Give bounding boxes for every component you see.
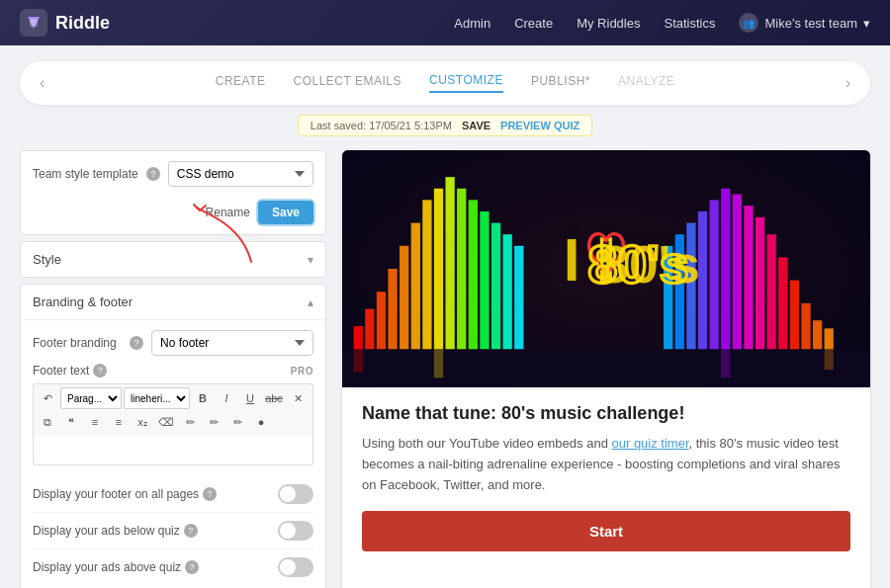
svg-rect-31 [790, 281, 799, 350]
bold-btn[interactable]: B [192, 387, 214, 409]
display-ads-above-label: Display your ads above quiz ? [33, 560, 199, 574]
text-toolbar: ↶ Parag... lineheri... B I U abc ✕ ⧉ ❝ ≡ [33, 383, 313, 436]
link-btn[interactable]: ⧉ [37, 411, 58, 433]
ol-btn[interactable]: ≡ [108, 411, 130, 433]
color3-btn[interactable]: ✏ [226, 411, 248, 433]
quiz-image-svg: I 80's I 80's [342, 150, 870, 387]
svg-rect-14 [457, 189, 466, 350]
svg-rect-16 [480, 211, 489, 349]
undo-btn[interactable]: ↶ [37, 387, 58, 409]
tab-publish[interactable]: PUBLISH* [531, 74, 590, 92]
brand: Riddle [20, 9, 110, 37]
italic-btn[interactable]: I [216, 387, 237, 409]
save-link[interactable]: SAVE [462, 120, 490, 131]
create-link[interactable]: Create [514, 16, 553, 31]
svg-rect-36 [434, 349, 443, 378]
style-section: Style ▾ [20, 241, 326, 278]
svg-rect-34 [825, 328, 834, 349]
tab-create[interactable]: CREATE [216, 74, 266, 92]
footer-text-help-icon[interactable]: ? [93, 364, 107, 378]
svg-rect-9 [400, 246, 408, 349]
svg-rect-38 [825, 349, 834, 370]
svg-rect-15 [469, 200, 478, 349]
svg-rect-25 [721, 189, 730, 350]
footer-text-input[interactable] [33, 436, 313, 465]
quiz-content: Name that tune: 80's music challenge! Us… [342, 387, 870, 567]
quiz-timer-link[interactable]: our quiz timer [611, 436, 688, 451]
subscript-btn[interactable]: x₂ [132, 411, 153, 433]
svg-rect-35 [354, 349, 363, 372]
color1-btn[interactable]: ✏ [179, 411, 201, 433]
chevron-down-icon: ▾ [863, 16, 870, 31]
footer-branding-select[interactable]: No footer [151, 330, 313, 356]
quote-btn[interactable]: ❝ [60, 411, 82, 433]
paragraph-select[interactable]: Parag... [60, 387, 122, 409]
branding-section-body: Footer branding ? No footer Footer text … [21, 319, 325, 588]
display-footer-label: Display your footer on all pages ? [33, 487, 217, 501]
svg-rect-33 [813, 320, 822, 349]
template-select[interactable]: CSS demo [168, 161, 313, 187]
tab-collect-emails[interactable]: COLLECT EMAILS [294, 74, 401, 92]
quiz-image: I 80's I 80's [342, 150, 870, 387]
preview-link[interactable]: PREVIEW QUIZ [500, 120, 579, 131]
save-bar: Last saved: 17/05/21 5:13PM SAVE PREVIEW… [20, 115, 870, 136]
style-section-header[interactable]: Style ▾ [21, 242, 325, 277]
ul-btn[interactable]: ≡ [84, 411, 106, 433]
svg-rect-5 [354, 326, 363, 349]
quiz-title: Name that tune: 80's music challenge! [362, 403, 850, 424]
footer-text-row: Footer text ? PRO ↶ Parag... lineheri...… [33, 364, 313, 468]
svg-rect-11 [422, 200, 431, 349]
my-riddles-link[interactable]: My Riddles [577, 16, 640, 31]
dot-btn[interactable]: ● [250, 411, 272, 433]
tab-analyze: ANALYZE [618, 74, 674, 92]
svg-text:I: I [564, 226, 580, 294]
team-label: Mike's test team [764, 16, 857, 31]
footer-branding-help-icon[interactable]: ? [130, 336, 143, 350]
brand-name: Riddle [55, 13, 110, 34]
clear-format-btn[interactable]: ✕ [287, 387, 309, 409]
template-help-icon[interactable]: ? [146, 167, 160, 181]
back-arrow-icon[interactable]: ‹ [40, 74, 44, 92]
display-footer-help-icon[interactable]: ? [203, 487, 217, 501]
start-button[interactable]: Start [362, 511, 850, 551]
template-row: Team style template ? CSS demo [21, 151, 325, 197]
display-ads-below-toggle[interactable] [278, 521, 313, 541]
svg-rect-6 [365, 309, 374, 350]
team-icon: 👥 [739, 13, 758, 33]
svg-rect-17 [491, 223, 500, 350]
font-select[interactable]: lineheri... [124, 387, 190, 409]
svg-text:80's: 80's [599, 235, 700, 294]
display-ads-above-help-icon[interactable]: ? [185, 560, 199, 574]
delete-btn[interactable]: ⌫ [155, 411, 177, 433]
footer-branding-row: Footer branding ? No footer [33, 330, 313, 356]
branding-section-header[interactable]: Branding & footer ▴ [21, 285, 325, 319]
svg-rect-30 [778, 257, 787, 349]
display-footer-toggle[interactable] [278, 484, 313, 504]
display-footer-toggle-row: Display your footer on all pages ? [33, 476, 313, 513]
save-button[interactable]: Save [258, 201, 313, 224]
svg-rect-26 [733, 195, 742, 350]
footer-branding-label: Footer branding [33, 336, 122, 350]
display-ads-above-toggle[interactable] [278, 557, 313, 577]
template-section: Team style template ? CSS demo Rename Sa… [20, 150, 326, 235]
tab-customize[interactable]: CUSTOMIZE [429, 73, 503, 93]
svg-rect-2 [30, 19, 38, 27]
top-bar: ‹ CREATE COLLECT EMAILS CUSTOMIZE PUBLIS… [20, 61, 870, 105]
forward-arrow-icon[interactable]: › [846, 74, 850, 92]
strikethrough-btn[interactable]: abc [263, 387, 285, 409]
left-panel: Team style template ? CSS demo Rename Sa… [20, 150, 326, 588]
svg-rect-28 [756, 217, 764, 350]
svg-rect-13 [445, 177, 454, 349]
display-ads-below-help-icon[interactable]: ? [184, 524, 198, 538]
statistics-link[interactable]: Statistics [664, 16, 715, 31]
display-ads-above-toggle-row: Display your ads above quiz ? [33, 549, 313, 585]
color2-btn[interactable]: ✏ [203, 411, 224, 433]
svg-rect-29 [767, 234, 776, 349]
content-area: Team style template ? CSS demo Rename Sa… [20, 150, 870, 588]
admin-link[interactable]: Admin [454, 16, 490, 31]
last-saved-text: Last saved: 17/05/21 5:13PM [311, 120, 452, 131]
underline-btn[interactable]: U [239, 387, 261, 409]
branding-section: Branding & footer ▴ Footer branding ? No… [20, 284, 326, 588]
team-selector[interactable]: 👥 Mike's test team ▾ [739, 13, 870, 33]
style-section-label: Style [33, 252, 61, 267]
